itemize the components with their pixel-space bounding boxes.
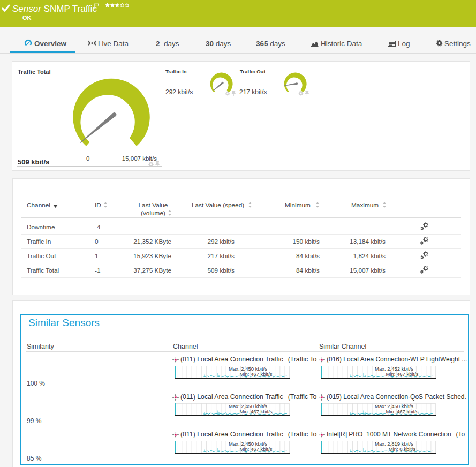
svg-text:Min: 0 kbit/s: Min: 0 kbit/s [389, 446, 416, 452]
svg-text:Min: 467 kbit/s: Min: 467 kbit/s [239, 446, 272, 452]
svg-text:Min: 467 kbit/s: Min: 467 kbit/s [239, 371, 272, 377]
svg-text:Min: 467 kbit/s: Min: 467 kbit/s [386, 371, 418, 377]
svg-text:Min: 467 kbit/s: Min: 467 kbit/s [386, 409, 418, 415]
svg-text:Min: 467 kbit/s: Min: 467 kbit/s [239, 409, 272, 415]
